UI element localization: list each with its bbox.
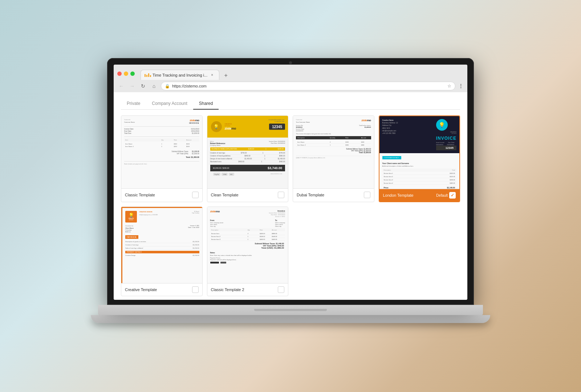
laptop-base xyxy=(91,315,490,323)
tab-shared[interactable]: Shared xyxy=(193,98,219,110)
orange-preview-area: 💡 CREATIVE DESIGN CREATIVE DESIGN xyxy=(121,207,202,283)
template-card-dubai[interactable]: Customer Your Customer Name zistemo xyxy=(293,115,374,202)
screen: Time Tracking and Invoicing i... × + ← →… xyxy=(114,65,467,300)
laptop-bottom xyxy=(98,305,483,315)
url-text: https://zistemo.com xyxy=(172,84,207,88)
screen-bezel: Time Tracking and Invoicing i... × + ← →… xyxy=(107,58,474,305)
london-default-badge: Default xyxy=(436,193,448,197)
london-select-checkbox[interactable]: ✓ xyxy=(449,192,456,199)
ssl-lock-icon: 🔒 xyxy=(165,84,170,89)
checkmark-icon: ✓ xyxy=(451,193,454,198)
close-window-button[interactable] xyxy=(117,72,122,76)
orange-template-name: Creative Template xyxy=(125,287,157,292)
classic-footer: Classic Template xyxy=(121,188,202,201)
browser-menu-button[interactable]: ⋮ xyxy=(458,83,464,89)
london-template-name: London Template xyxy=(383,193,414,197)
minimal-footer: Classic Template 2 xyxy=(207,283,288,296)
browser-tab[interactable]: Time Tracking and Invoicing i... × xyxy=(141,70,219,80)
forward-button[interactable]: → xyxy=(128,82,136,90)
classic-template-name: Classic Template xyxy=(125,193,155,197)
clean-preview: 👁 ↑ 💡 CREATIVE DESIGN zistemo xyxy=(207,116,288,188)
traffic-lights xyxy=(117,72,135,76)
classic-select-checkbox[interactable] xyxy=(192,192,199,198)
minimal-preview-area: zistemo Invoice Invoice Date: 01/01/2019… xyxy=(207,207,288,283)
dubai-template-name: Dubai Template xyxy=(297,193,324,197)
template-card-clean[interactable]: 👁 ↑ 💡 CREATIVE DESIGN zistemo xyxy=(207,115,289,202)
address-bar-row: ← → ↻ ⌂ 🔒 https://zistemo.com ☆ ⋮ xyxy=(114,80,467,92)
template-grid: Customer Customer Name zistemo INVOICE xyxy=(121,115,460,296)
tab-title: Time Tracking and Invoicing i... xyxy=(153,73,207,77)
orange-footer: Creative Template xyxy=(121,283,202,296)
template-card-classic[interactable]: Customer Customer Name zistemo INVOICE xyxy=(121,115,203,202)
browser-chrome: Time Tracking and Invoicing i... × + ← →… xyxy=(114,65,467,92)
laptop-container: Time Tracking and Invoicing i... × + ← →… xyxy=(100,58,481,334)
tab-company-account[interactable]: Company Account xyxy=(146,98,193,110)
new-tab-button[interactable]: + xyxy=(221,71,231,80)
laptop-hinge xyxy=(254,309,327,311)
clean-select-checkbox[interactable] xyxy=(278,192,284,198)
dubai-footer: Dubai Template xyxy=(293,188,374,201)
london-preview-area: Creative Name Business Address: 12 Addre… xyxy=(379,116,460,189)
camera xyxy=(289,61,292,64)
orange-select-checkbox[interactable] xyxy=(192,286,199,293)
home-button[interactable]: ⌂ xyxy=(150,82,158,90)
tab-bar: Time Tracking and Invoicing i... × + xyxy=(138,68,234,80)
bookmark-star-icon[interactable]: ☆ xyxy=(447,83,451,89)
maximize-window-button[interactable] xyxy=(130,72,135,76)
address-bar[interactable]: 🔒 https://zistemo.com ☆ xyxy=(161,82,455,90)
dubai-preview-area: Customer Your Customer Name zistemo xyxy=(293,116,374,188)
clean-template-name: Clean Template xyxy=(211,193,239,197)
tab-favicon xyxy=(145,73,150,78)
refresh-button[interactable]: ↻ xyxy=(139,82,147,90)
tab-close-button[interactable]: × xyxy=(210,73,215,78)
tab-private[interactable]: Private xyxy=(121,98,146,110)
minimize-window-button[interactable] xyxy=(124,72,128,76)
page-content: Private Company Account Shared Customer xyxy=(114,92,467,300)
minimal-select-checkbox[interactable] xyxy=(278,286,284,293)
classic-preview: Customer Customer Name zistemo INVOICE xyxy=(121,116,202,188)
dubai-select-checkbox[interactable] xyxy=(364,192,370,198)
template-tabs: Private Company Account Shared xyxy=(121,98,460,110)
minimal-template-name: Classic Template 2 xyxy=(211,287,244,292)
template-card-london[interactable]: Creative Name Business Address: 12 Addre… xyxy=(379,115,460,202)
clean-footer: Clean Template xyxy=(207,188,288,201)
back-button[interactable]: ← xyxy=(117,82,125,90)
london-footer: London Template Default ✓ xyxy=(379,189,460,201)
template-card-minimal[interactable]: zistemo Invoice Invoice Date: 01/01/2019… xyxy=(207,207,289,296)
template-card-orange[interactable]: 💡 CREATIVE DESIGN CREATIVE DESIGN xyxy=(121,207,203,296)
